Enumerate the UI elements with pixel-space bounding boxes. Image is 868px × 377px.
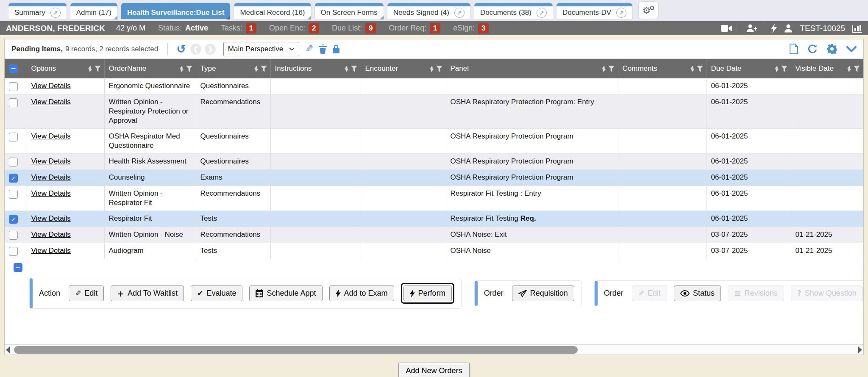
open-in-new-icon[interactable]: ↗ <box>454 8 465 18</box>
row-checkbox[interactable] <box>9 231 18 240</box>
refresh-icon[interactable] <box>807 44 818 54</box>
row-checkbox[interactable] <box>9 133 18 141</box>
filter-icon[interactable] <box>854 66 860 72</box>
column-header-encounter[interactable]: Encounter▲▼ <box>361 59 446 78</box>
tab-medical-record[interactable]: Medical Record (16) <box>234 3 311 19</box>
sort-icon[interactable]: ▲▼ <box>255 65 258 72</box>
next-icon[interactable]: ❯ <box>205 44 216 55</box>
evaluate-button[interactable]: ✔ Evaluate <box>191 286 242 301</box>
due-list-badge[interactable]: 9 <box>365 23 376 33</box>
scroll-right-arrow[interactable] <box>858 347 862 353</box>
perspective-value: Main Perspective <box>228 45 283 53</box>
view-details-link[interactable]: View Details <box>31 214 71 222</box>
view-details-link[interactable]: View Details <box>31 230 71 238</box>
column-header-panel[interactable]: Panel▲▼ <box>446 59 618 78</box>
column-header-options[interactable]: Options▲▼ <box>27 59 104 78</box>
open-in-new-icon[interactable]: ↗ <box>537 8 547 18</box>
sort-icon[interactable]: ▲▼ <box>691 65 694 72</box>
row-checkbox[interactable] <box>9 247 18 256</box>
tab-on-screen-forms[interactable]: On Screen Forms <box>315 3 384 19</box>
perform-button[interactable]: Perform <box>403 286 452 301</box>
add-to-waitlist-button[interactable]: + Add To Waitlist <box>111 286 184 301</box>
sort-icon[interactable]: ▲▼ <box>430 65 433 72</box>
tab-settings-button[interactable]: ⚙⚙ <box>638 1 659 19</box>
column-header-instructions[interactable]: Instructions▲▼ <box>270 59 361 78</box>
sort-icon[interactable]: ▲▼ <box>775 65 778 72</box>
schedule-appt-button[interactable]: Schedule Appt <box>249 286 322 301</box>
horizontal-scrollbar[interactable] <box>5 344 863 355</box>
select-all-footer-checkbox[interactable]: − <box>14 263 22 272</box>
row-checkbox[interactable] <box>9 190 18 199</box>
perspective-select[interactable]: Main Perspective <box>223 42 299 56</box>
undo-icon[interactable]: ↺ <box>176 43 186 55</box>
filter-icon[interactable] <box>351 66 357 72</box>
add-to-exam-button[interactable]: Add to Exam <box>329 286 394 301</box>
select-all-checkbox[interactable]: − <box>9 64 18 73</box>
new-page-icon[interactable] <box>790 44 798 54</box>
row-checkbox-checked[interactable]: ✓ <box>9 215 18 224</box>
open-in-new-icon[interactable]: ↗ <box>616 8 626 18</box>
column-header-type[interactable]: Type▲▼ <box>196 59 270 78</box>
view-details-link[interactable]: View Details <box>31 82 71 90</box>
order-req-badge[interactable]: 1 <box>430 23 440 33</box>
view-details-link[interactable]: View Details <box>31 173 71 181</box>
column-header-comments[interactable]: Comments▲▼ <box>618 59 707 78</box>
lock-icon[interactable] <box>332 44 340 54</box>
status-button[interactable]: Status <box>674 286 721 301</box>
open-enc-badge[interactable]: 2 <box>309 23 319 33</box>
lightning-icon[interactable] <box>771 24 777 33</box>
table-footer: − <box>5 259 863 274</box>
column-header-visible-date[interactable]: Visible Date▲▼ <box>791 59 863 78</box>
scroll-left-arrow[interactable] <box>6 347 10 353</box>
filter-icon[interactable] <box>608 66 615 72</box>
gear-icon[interactable] <box>827 44 837 54</box>
row-checkbox[interactable] <box>9 158 18 166</box>
tab-documents-dv[interactable]: Documents-DV ↗ <box>556 3 632 19</box>
pencil-icon[interactable]: ✎ <box>305 44 313 54</box>
add-new-orders-button[interactable]: Add New Orders <box>398 363 469 377</box>
filter-icon[interactable] <box>186 66 192 72</box>
trash-icon[interactable] <box>319 44 327 54</box>
sort-icon[interactable]: ▲▼ <box>848 65 851 72</box>
tab-needs-signed[interactable]: Needs Signed (4) ↗ <box>387 3 470 19</box>
view-details-link[interactable]: View Details <box>31 98 71 106</box>
row-checkbox-checked[interactable]: ✓ <box>9 174 18 183</box>
view-details-link[interactable]: View Details <box>31 247 71 255</box>
row-checkbox[interactable] <box>9 98 18 107</box>
column-header-ordername[interactable]: OrderName▲▼ <box>104 59 196 78</box>
person-icon[interactable] <box>784 24 793 33</box>
view-details-link[interactable]: View Details <box>31 157 71 165</box>
filter-icon[interactable] <box>436 66 442 72</box>
video-camera-icon[interactable] <box>721 25 732 32</box>
chevron-down-icon[interactable] <box>846 46 857 52</box>
tab-admin[interactable]: Admin (17) <box>70 3 117 19</box>
esign-badge[interactable]: 3 <box>478 23 489 33</box>
table-row: View Details Written Opinion - Respirato… <box>5 186 863 211</box>
tab-health-surveillance-due-list[interactable]: Health Surveillance:Due List <box>121 3 231 19</box>
row-checkbox[interactable] <box>9 82 18 91</box>
tasks-badge[interactable]: 1 <box>246 23 256 33</box>
sort-icon[interactable]: ▲▼ <box>602 65 605 72</box>
view-details-link[interactable]: View Details <box>31 189 71 197</box>
filter-icon[interactable] <box>261 66 267 72</box>
column-header-due-date[interactable]: Due Date▲▼ <box>707 59 791 78</box>
tab-label: Summary <box>14 8 45 17</box>
scrollbar-thumb[interactable] <box>14 346 578 354</box>
add-person-icon[interactable] <box>746 24 757 33</box>
sort-icon[interactable]: ▲▼ <box>345 65 348 72</box>
filter-icon[interactable] <box>697 66 703 72</box>
bar-chart-icon[interactable] <box>852 24 862 33</box>
filter-icon[interactable] <box>95 66 101 72</box>
filter-icon[interactable] <box>781 66 787 72</box>
sort-icon[interactable]: ▲▼ <box>89 65 92 72</box>
open-in-new-icon[interactable]: ↗ <box>50 8 61 18</box>
tab-summary[interactable]: Summary ↗ <box>8 3 67 19</box>
tab-documents[interactable]: Documents (38) ↗ <box>474 3 553 19</box>
prev-icon[interactable]: ❮ <box>190 44 201 55</box>
list-icon: ≡ <box>734 289 741 298</box>
requisition-button[interactable]: Requisition <box>512 286 574 301</box>
edit-button[interactable]: ✎ Edit <box>69 286 104 301</box>
view-details-link[interactable]: View Details <box>31 132 71 140</box>
action-group-label: Action <box>39 289 60 298</box>
sort-icon[interactable]: ▲▼ <box>180 65 183 72</box>
